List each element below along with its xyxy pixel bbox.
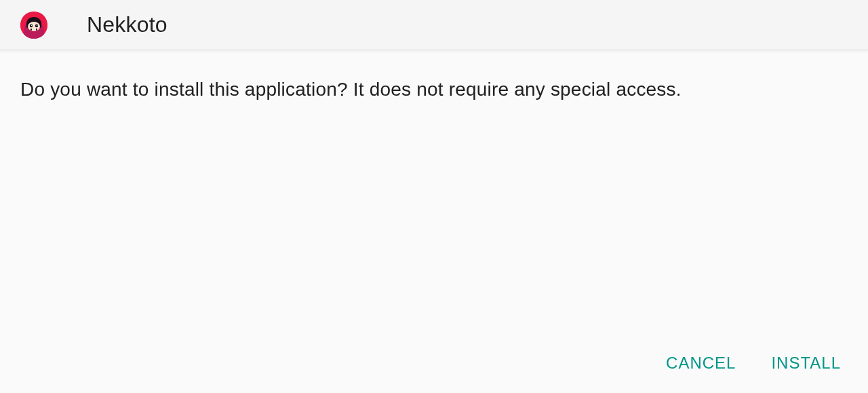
nekkoto-app-icon <box>20 12 47 39</box>
install-dialog-header: Nekkoto <box>0 0 868 50</box>
install-button[interactable]: INSTALL <box>768 345 844 381</box>
svg-point-2 <box>30 24 33 26</box>
svg-point-1 <box>28 22 40 31</box>
cancel-button[interactable]: CANCEL <box>663 345 738 381</box>
svg-point-5 <box>37 24 37 25</box>
svg-point-3 <box>35 24 38 26</box>
svg-point-4 <box>31 24 32 25</box>
install-dialog-content: Do you want to install this application?… <box>0 50 868 333</box>
install-message: Do you want to install this application?… <box>20 76 848 102</box>
svg-rect-7 <box>36 29 37 31</box>
install-dialog-footer: CANCEL INSTALL <box>0 333 868 393</box>
svg-rect-6 <box>31 29 32 31</box>
app-title: Nekkoto <box>87 12 167 37</box>
app-icon <box>20 12 47 39</box>
